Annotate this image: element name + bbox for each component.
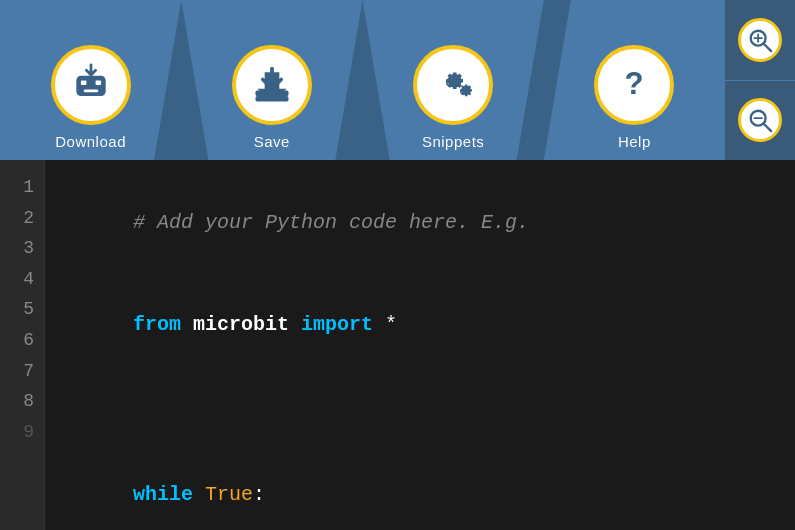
- svg-rect-1: [81, 80, 87, 85]
- toolbar: Download Save: [0, 0, 795, 160]
- save-label: Save: [254, 133, 290, 150]
- save-icon: [250, 63, 294, 107]
- snippets-button[interactable]: Snippets: [363, 0, 544, 160]
- snippets-label: Snippets: [422, 133, 484, 150]
- zoom-in-button[interactable]: [725, 0, 795, 81]
- help-label: Help: [618, 133, 651, 150]
- save-icon-circle: [232, 45, 312, 125]
- code-content[interactable]: # Add your Python code here. E.g. from m…: [45, 160, 795, 530]
- snippets-icon: [431, 63, 475, 107]
- line-num-9: 9: [10, 417, 34, 448]
- help-icon: ?: [612, 63, 656, 107]
- help-button[interactable]: ? Help: [544, 0, 725, 160]
- line-num-3: 3: [10, 233, 34, 264]
- line-num-8: 8: [10, 386, 34, 417]
- line-num-2: 2: [10, 203, 34, 234]
- svg-line-9: [764, 43, 771, 50]
- line-num-1: 1: [10, 172, 34, 203]
- svg-text:?: ?: [625, 66, 644, 101]
- zoom-in-icon: [738, 18, 782, 62]
- zoom-panel: [725, 0, 795, 160]
- save-button[interactable]: Save: [181, 0, 362, 160]
- zoom-out-icon: [738, 98, 782, 142]
- code-line-2: from microbit import *: [61, 274, 779, 376]
- download-button[interactable]: Download: [0, 0, 181, 160]
- line-num-7: 7: [10, 356, 34, 387]
- snippets-icon-circle: [413, 45, 493, 125]
- line-num-6: 6: [10, 325, 34, 356]
- line-num-4: 4: [10, 264, 34, 295]
- code-editor: 1 2 3 4 5 6 7 8 9 # Add your Python code…: [0, 160, 795, 530]
- code-line-3: [61, 376, 779, 410]
- svg-rect-3: [83, 90, 98, 93]
- download-label: Download: [55, 133, 126, 150]
- code-line-1: # Add your Python code here. E.g.: [61, 172, 779, 274]
- line-numbers: 1 2 3 4 5 6 7 8 9: [0, 160, 45, 530]
- svg-rect-0: [76, 76, 105, 96]
- download-icon: [69, 63, 113, 107]
- code-line-5: while True:: [61, 444, 779, 530]
- svg-rect-6: [257, 93, 286, 99]
- svg-rect-2: [95, 80, 100, 85]
- code-line-4: [61, 410, 779, 444]
- download-icon-circle: [51, 45, 131, 125]
- zoom-out-button[interactable]: [725, 81, 795, 161]
- line-num-5: 5: [10, 294, 34, 325]
- help-icon-circle: ?: [594, 45, 674, 125]
- svg-line-13: [764, 124, 771, 131]
